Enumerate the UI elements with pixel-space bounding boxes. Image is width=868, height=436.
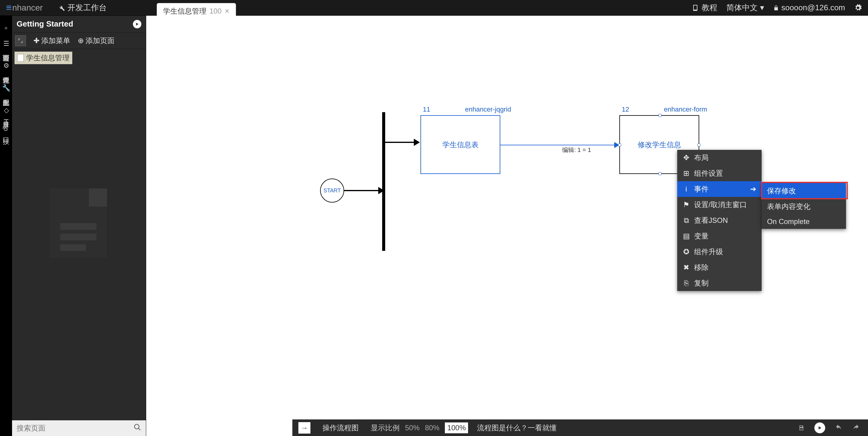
ctx-item-variable[interactable]: ▤ 变量 (677, 228, 762, 244)
context-menu: ✥ 布局 ⊞ 组件设置 i 事件 ➔ ⚑ 设置/取消主窗口 ⧉ (677, 150, 762, 291)
ctx-sub-save[interactable]: 保存修改 (762, 183, 846, 199)
run-button[interactable] (814, 423, 825, 433)
wrench-icon: 🔧 (2, 84, 10, 92)
collapse-sidebar-button[interactable]: « (0, 22, 12, 34)
rail-item-global[interactable]: 🔧 全局配置 (0, 78, 12, 100)
flowchart-label: 操作流程图 (322, 423, 359, 433)
add-menu-label: 添加菜单 (41, 36, 70, 46)
rail-item-roles[interactable]: ⚙ 角色管理 (0, 56, 12, 78)
undo-button[interactable] (833, 423, 844, 433)
workspace-label: 开发工作台 (67, 2, 107, 13)
tab-title: 学生信息管理 (163, 6, 207, 16)
add-page-label: 添加页面 (86, 36, 115, 46)
port[interactable] (618, 144, 621, 147)
ctx-label: 保存修改 (767, 186, 796, 196)
ctx-sub-formchange[interactable]: 表单内容变化 (762, 199, 846, 214)
settings-button[interactable] (854, 4, 862, 12)
caret-down-icon: ▾ (760, 3, 764, 12)
help-link[interactable]: 流程图是什么？一看就懂 (477, 423, 557, 433)
zoom-controls: 显示比例 50% 80% 100% (371, 423, 468, 433)
tree-item-selected[interactable]: 学生信息管理 (14, 52, 72, 64)
ctx-label: 事件 (694, 184, 709, 194)
plus-icon: ✚ (33, 36, 39, 45)
flow-back-button[interactable]: → (299, 422, 310, 434)
main: « ☰ 页面管理 ⚙ 角色管理 🔧 全局配置 ◇ 目录 Http 接口 Gett… (0, 16, 868, 436)
language-label: 简体中文 (726, 2, 758, 13)
ctx-label: 表单内容变化 (767, 202, 810, 211)
logo-text: nhancer (12, 3, 43, 13)
flow-connector[interactable] (500, 145, 619, 145)
ctx-item-mainwindow[interactable]: ⚑ 设置/取消主窗口 (677, 197, 762, 212)
node-type: enhancer-jqgrid (465, 106, 511, 113)
tab-id: 100 (210, 7, 221, 16)
node-label: 学生信息表 (442, 140, 478, 150)
grid-icon: ⊞ (683, 169, 690, 178)
zoom-100[interactable]: 100% (445, 423, 468, 433)
gear-icon (854, 4, 862, 12)
add-page-button[interactable]: ⊕ 添加页面 (78, 36, 115, 46)
book-icon (692, 4, 699, 11)
tree-item-label: 学生信息管理 (26, 53, 70, 63)
tutorial-button[interactable]: 教程 (692, 2, 717, 13)
ctx-item-upgrade[interactable]: ✪ 组件升级 (677, 244, 762, 260)
language-selector[interactable]: 简体中文 ▾ (726, 2, 764, 13)
tab-close-icon[interactable]: ✕ (224, 7, 230, 15)
ctx-item-events[interactable]: i 事件 ➔ (677, 181, 762, 197)
flow-line (344, 190, 382, 191)
port[interactable] (658, 172, 661, 175)
node-label: 修改学生信息 (638, 140, 681, 150)
search-input[interactable] (17, 424, 133, 432)
rail-item-http[interactable]: ◇ 目录 Http 接口 (0, 100, 12, 139)
code-icon: ◇ (2, 107, 10, 114)
flag-icon: ⚑ (683, 201, 690, 209)
ctx-item-json[interactable]: ⧉ 查看JSON (677, 212, 762, 228)
ctx-item-copy[interactable]: ⎘ 复制 (677, 275, 762, 291)
workspace-button[interactable]: 开发工作台 (49, 2, 116, 13)
flow-start-node[interactable]: START (320, 178, 344, 203)
ctx-label: 设置/取消主窗口 (694, 200, 747, 209)
user-menu[interactable]: soooon@126.com (773, 3, 845, 12)
bottom-bar: → 操作流程图 显示比例 50% 80% 100% 流程图是什么？一看就懂 (292, 419, 868, 436)
rail-item-pages[interactable]: ☰ 页面管理 (0, 34, 12, 56)
flowchart-button[interactable]: 操作流程图 (319, 422, 362, 434)
ctx-item-remove[interactable]: ✖ 移除 (677, 260, 762, 275)
sidebar: Getting Started ✚ 添加菜单 ⊕ 添加页面 学生信息管理 (12, 16, 146, 436)
logo[interactable]: ≡ nhancer (0, 2, 49, 13)
add-menu-button[interactable]: ✚ 添加菜单 (33, 36, 70, 46)
zoom-80[interactable]: 80% (425, 424, 439, 432)
ctx-sub-oncomplete[interactable]: On Complete (762, 214, 846, 229)
document-icon: ▤ (683, 232, 690, 240)
users-icon: ⚙ (2, 62, 10, 69)
start-label: START (323, 187, 341, 194)
node-type: enhancer-form (664, 106, 707, 113)
bottom-right-controls (796, 423, 862, 433)
ctx-label: 移除 (694, 263, 709, 272)
flow-line (385, 142, 414, 143)
ctx-item-settings[interactable]: ⊞ 组件设置 (677, 166, 762, 181)
flow-sync-bar[interactable] (382, 112, 385, 251)
logo-mark: ≡ (6, 2, 12, 13)
left-rail: « ☰ 页面管理 ⚙ 角色管理 🔧 全局配置 ◇ 目录 Http 接口 (0, 16, 12, 436)
search-icon[interactable] (133, 423, 141, 433)
port[interactable] (698, 144, 701, 147)
play-button[interactable] (133, 20, 141, 28)
zoom-label: 显示比例 (371, 423, 400, 433)
topbar: ≡ nhancer 开发工作台 学生信息管理 100 ✕ 教程 简体中文 ▾ (0, 0, 868, 16)
sidebar-header: Getting Started (12, 16, 146, 33)
save-button[interactable] (796, 423, 807, 433)
ctx-label: 复制 (694, 278, 709, 288)
zoom-50[interactable]: 50% (405, 424, 420, 432)
ctx-label: 查看JSON (694, 215, 728, 225)
arrow-right-icon: → (301, 424, 308, 432)
flow-node-jqgrid[interactable]: 学生信息表 (421, 115, 500, 174)
expand-button[interactable] (15, 35, 26, 46)
canvas[interactable]: START 11 enhancer-jqgrid 学生信息表 编辑: 1 = 1… (146, 16, 868, 436)
upgrade-icon: ✪ (683, 248, 690, 256)
port[interactable] (658, 114, 661, 117)
remove-icon: ✖ (683, 263, 690, 272)
user-email: soooon@126.com (781, 3, 845, 12)
redo-button[interactable] (851, 423, 862, 433)
code-icon: ⧉ (683, 216, 690, 225)
ctx-label: 组件升级 (694, 247, 723, 257)
ctx-item-layout[interactable]: ✥ 布局 (677, 150, 762, 166)
